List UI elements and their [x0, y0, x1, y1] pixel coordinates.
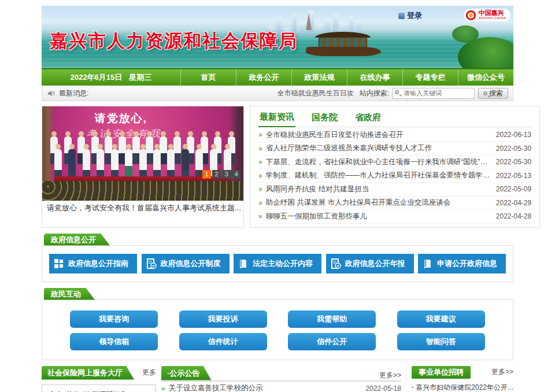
search-button[interactable]: 搜索: [478, 88, 508, 99]
skyline-graphic: [268, 10, 473, 35]
slider-caption[interactable]: 请党放心，考试安全有我！首届嘉兴市人事考试系统主题...: [42, 201, 243, 215]
search-box: [393, 88, 475, 99]
main-nav: 2022年6月15日星期三 首页 政务公开 政策法规 在线办事 专题专栏 微信公…: [42, 68, 513, 86]
double-arrow-icon: »: [161, 384, 165, 392]
nav-item-special-topics[interactable]: 专题专栏: [402, 69, 458, 86]
tab-provincial-gov[interactable]: 省政府: [354, 112, 382, 127]
announcement-row[interactable]: »关于设立嘉善技工学校的公示2022-05-18: [161, 382, 401, 392]
page: 嘉兴市人力资源和社会保障局 登录 中国嘉兴 JIAXING CHINA 2022…: [0, 0, 555, 392]
info-request-button[interactable]: 申请公开政府信息: [418, 254, 506, 273]
ticker-headline[interactable]: 全市稳就业惠民生百日攻: [278, 88, 354, 98]
pager-dot-4[interactable]: 4: [232, 170, 240, 179]
section-title-recruitment: 事业单位招聘: [412, 366, 471, 379]
section-interaction: 政民互动 我要咨询 我要投诉 我需帮助 我要建议 领导信箱 信件统计 信件公开 …: [42, 288, 513, 360]
mail-disclosure-button[interactable]: 信件公开: [288, 333, 376, 350]
search-icon: [483, 91, 487, 95]
news-row[interactable]: »助企纾困 共谋发展 市人力社保局召开重点企业交流座谈会2022-04-29: [258, 197, 531, 210]
section-title-social-insurance: 社会保险网上服务大厅: [42, 366, 134, 380]
mail-statistics-button[interactable]: 信件统计: [179, 333, 267, 350]
tree-graphic: [452, 25, 479, 43]
news-row[interactable]: »下基层、走流程，省社保和就业中心主任项薇一行来我市调研“国统”上线情况2022…: [258, 156, 531, 169]
double-arrow-icon: »: [258, 145, 262, 153]
news-row[interactable]: »风雨同舟齐抗疫 结对共建显担当2022-05-09: [258, 183, 531, 197]
login-icon: [398, 13, 405, 19]
news-row[interactable]: »学制度、建机制、强防控——市人力社保局召开社保基金要情专题学习会2022-05…: [258, 169, 531, 183]
announcements-panel: ·公示公告 更多>> »关于设立嘉善技工学校的公示2022-05-18 »关于公…: [161, 366, 401, 392]
search-label: 站内搜索:: [360, 88, 389, 98]
doc-check-icon: [331, 258, 341, 269]
slider-photo[interactable]: 请党放心, 考试安全有我 1 2 3 4: [42, 106, 243, 201]
logo-text: 中国嘉兴: [478, 10, 506, 16]
news-row[interactable]: »全市稳就业惠民生百日攻坚行动推进会召开2022-06-13: [258, 128, 531, 142]
nav-item-online-services[interactable]: 在线办事: [347, 69, 402, 86]
site-title: 嘉兴市人力资源和社会保障局: [50, 29, 298, 53]
grid-icon: [54, 258, 64, 269]
nav-item-home[interactable]: 首页: [180, 69, 236, 86]
login-link[interactable]: 登录: [398, 10, 422, 21]
photo-banner-text: 请党放心,: [94, 111, 147, 126]
info-mandatory-content-button[interactable]: 法定主动公开内容: [234, 254, 321, 273]
leader-mailbox-button[interactable]: 领导信箱: [70, 333, 158, 350]
section-title-info-disclosure: 政府信息公开: [44, 234, 110, 246]
need-help-button[interactable]: 我需帮助: [288, 310, 376, 328]
nav-item-gov-disclosure[interactable]: 政务公开: [236, 69, 291, 86]
double-arrow-icon: »: [258, 212, 262, 220]
doc-check-icon: [146, 258, 157, 269]
news-row[interactable]: »省人社厅陈荣华二级巡视员来嘉兴调研专技人才工作2022-05-30: [258, 142, 531, 156]
jiaxing-logo: 中国嘉兴 JIAXING CHINA: [464, 9, 510, 21]
book-icon: [423, 258, 433, 269]
logo-circle-icon: [466, 10, 476, 20]
svc-certificate-print[interactable]: 个人(单位)社保证明打印: [42, 384, 156, 392]
smart-qa-button[interactable]: 智能问答: [397, 333, 485, 350]
pager-dot-2[interactable]: 2: [212, 170, 221, 179]
nav-item-wechat[interactable]: 微信公众号: [458, 69, 513, 86]
news-list: »全市稳就业惠民生百日攻坚行动推进会召开2022-06-13 »省人社厅陈荣华二…: [258, 128, 531, 224]
double-arrow-icon: »: [258, 158, 262, 166]
section-info-disclosure: 政府信息公开 政府信息公开指南 政府信息公开制度 法定主动公开内容: [42, 234, 513, 282]
recruitment-row[interactable]: 嘉兴市妇幼保健院2022年公开...: [412, 380, 513, 392]
tab-state-council[interactable]: 国务院: [310, 112, 339, 127]
ticker-label: 最新消息:: [59, 88, 88, 98]
pager-dot-1[interactable]: 1: [202, 170, 211, 179]
news-tabs: 最新资讯 国务院 省政府: [258, 109, 531, 127]
nav-item-policies[interactable]: 政策法规: [291, 69, 347, 86]
tab-latest-news[interactable]: 最新资讯: [258, 112, 295, 127]
social-insurance-more-link[interactable]: 更多: [142, 368, 156, 378]
search-input[interactable]: [393, 88, 475, 99]
search-icon: [395, 90, 399, 94]
info-annual-report-button[interactable]: 政府信息公开年报: [326, 254, 414, 273]
speaker-icon: [47, 89, 56, 98]
complaint-button[interactable]: 我要投诉: [179, 310, 267, 328]
info-guide-button[interactable]: 政府信息公开指南: [49, 254, 137, 273]
double-arrow-icon: »: [258, 185, 262, 193]
pager-dot-3[interactable]: 3: [222, 170, 231, 179]
header-banner: 嘉兴市人力资源和社会保障局 登录 中国嘉兴 JIAXING CHINA: [42, 6, 513, 68]
double-arrow-icon: »: [258, 199, 262, 207]
news-panel: 最新资讯 国务院 省政府 »全市稳就业惠民生百日攻坚行动推进会召开2022-06…: [250, 106, 540, 228]
recruitment-panel: 事业单位招聘 更多>> 嘉兴市妇幼保健院2022年公开... 2022年嘉兴市属…: [406, 366, 513, 392]
recruitment-more-link[interactable]: 更多>>: [491, 367, 513, 377]
book-icon: [238, 258, 249, 269]
logo-subtext: JIAXING CHINA: [478, 16, 506, 20]
double-arrow-icon: »: [258, 172, 262, 180]
slider-pager: 1 2 3 4: [202, 170, 240, 179]
photo-slider: 请党放心, 考试安全有我 1 2 3 4 请党放心，考试安全有我！首届嘉兴市人事…: [42, 106, 244, 228]
double-arrow-icon: »: [258, 131, 262, 139]
suggestion-button[interactable]: 我要建议: [397, 310, 485, 328]
nav-date: 2022年6月15日星期三: [42, 72, 180, 83]
pagoda-graphic: [306, 13, 312, 30]
news-ticker-bar: 最新消息: 全市稳就业惠民生百日攻 站内搜索: 搜索: [42, 86, 513, 101]
news-row[interactable]: »聊聊五一假期加班工资那些事儿2022-04-28: [258, 210, 531, 224]
section-title-interaction: 政民互动: [44, 288, 95, 300]
info-system-button[interactable]: 政府信息公开制度: [142, 254, 230, 273]
section-title-announcements: ·公示公告: [161, 366, 211, 380]
carpet-graphic: [42, 181, 243, 201]
consult-button[interactable]: 我要咨询: [70, 310, 158, 328]
red-boat-graphic: [306, 32, 381, 61]
announcements-more-link[interactable]: 更多>>: [379, 371, 401, 380]
social-insurance-panel: 社会保险网上服务大厅 更多 个人(单位)社保证明打印 办事指南: [42, 366, 156, 392]
